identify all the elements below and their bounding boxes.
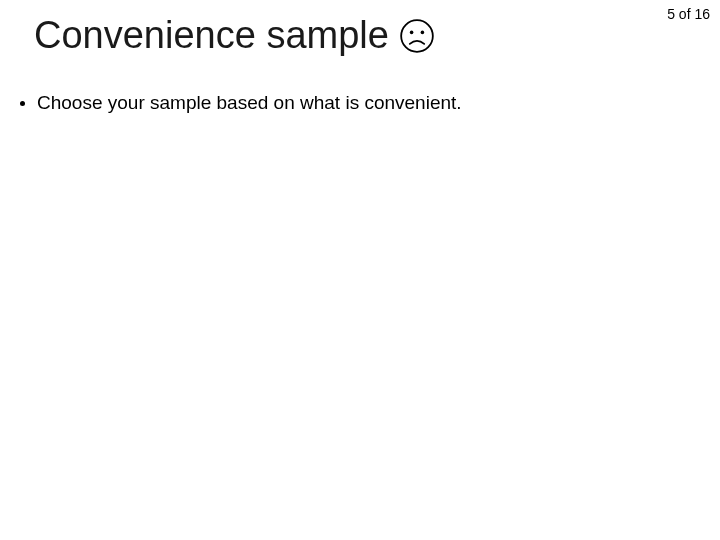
bullet-dot-icon: [20, 101, 25, 106]
svg-point-0: [401, 20, 433, 52]
bullet-text: Choose your sample based on what is conv…: [37, 92, 462, 114]
slide-title: Convenience sample: [34, 14, 435, 57]
title-text: Convenience sample: [34, 14, 389, 57]
bullet-list: Choose your sample based on what is conv…: [20, 92, 462, 114]
page-counter: 5 of 16: [667, 6, 710, 22]
list-item: Choose your sample based on what is conv…: [20, 92, 462, 114]
sad-face-icon: [399, 18, 435, 54]
svg-point-2: [420, 30, 424, 34]
svg-point-1: [410, 30, 414, 34]
